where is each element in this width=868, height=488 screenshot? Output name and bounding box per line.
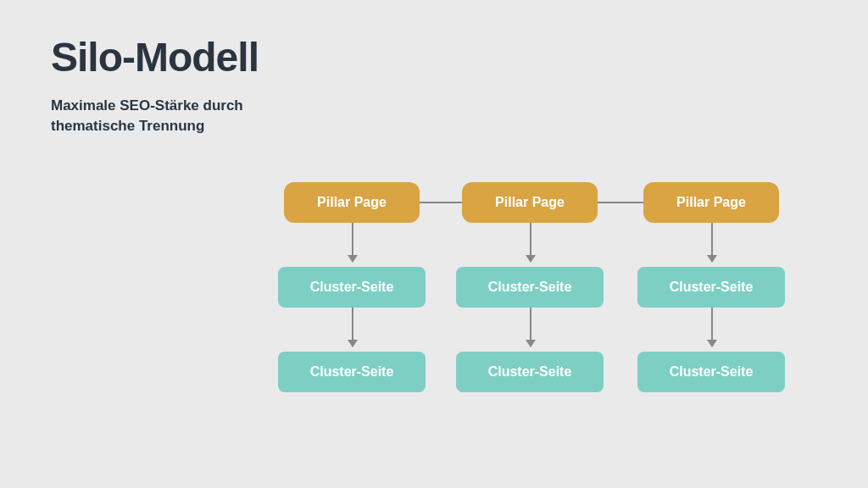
arrow-cluster1-cluster2-col1	[352, 308, 353, 347]
pillar-label: Pillar Page	[676, 195, 746, 210]
cluster-label: Cluster-Seite	[310, 364, 394, 380]
cluster-label: Cluster-Seite	[488, 364, 572, 380]
cluster-label: Cluster-Seite	[310, 280, 394, 295]
cluster-box-3-2: Cluster-Seite	[637, 352, 785, 392]
cluster-box-3-1: Cluster-Seite	[637, 267, 785, 308]
arrow-cluster1-cluster2-col3	[711, 308, 713, 347]
pillar-label: Pillar Page	[495, 195, 565, 210]
pillar-box-1: Pillar Page	[284, 182, 420, 223]
page-subtitle: Maximale SEO-Stärke durch thematische Tr…	[51, 96, 322, 136]
header: Silo-Modell Maximale SEO-Stärke durch th…	[0, 0, 868, 136]
arrow-cluster1-cluster2-col2	[530, 308, 531, 347]
pillar-box-2: Pillar Page	[462, 182, 598, 223]
cluster-box-2-1: Cluster-Seite	[456, 267, 604, 308]
pillar-connector-1-2	[420, 202, 462, 203]
cluster-box-1-2: Cluster-Seite	[278, 352, 426, 392]
pillar-connector-2-3	[598, 202, 643, 203]
pillar-label: Pillar Page	[317, 195, 387, 210]
cluster-box-1-1: Cluster-Seite	[278, 267, 426, 308]
arrow-pillar3-cluster1	[711, 223, 713, 262]
cluster-label: Cluster-Seite	[670, 280, 754, 295]
cluster-label: Cluster-Seite	[488, 280, 572, 295]
page-title: Silo-Modell	[51, 34, 817, 80]
cluster-box-2-2: Cluster-Seite	[456, 352, 604, 392]
arrow-pillar1-cluster1	[352, 223, 353, 262]
cluster-label: Cluster-Seite	[670, 364, 754, 380]
arrow-pillar2-cluster1	[530, 223, 531, 262]
pillar-box-3: Pillar Page	[643, 182, 779, 223]
